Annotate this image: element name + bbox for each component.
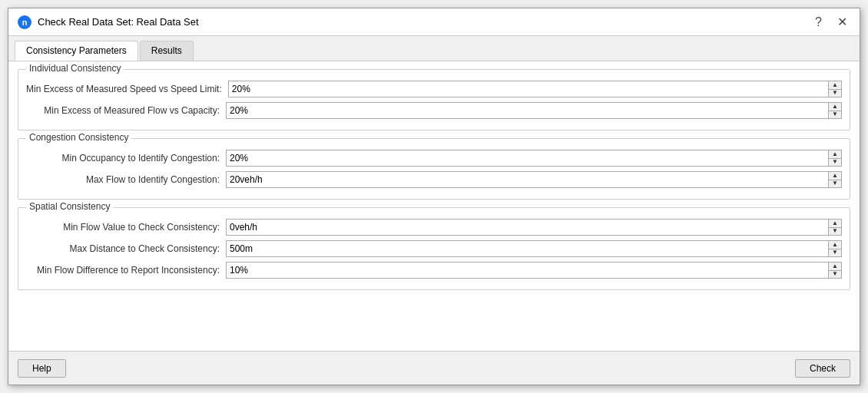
title-bar-right: ? ✕ [812, 16, 850, 28]
spinner-down-flow-cap[interactable]: ▼ [829, 111, 841, 119]
spinner-up-speed[interactable]: ▲ [829, 81, 841, 89]
input-min-flow[interactable] [226, 219, 829, 236]
spinner-down-max-flow[interactable]: ▼ [829, 180, 841, 188]
dialog-footer: Help Check [8, 351, 860, 385]
section-content-congestion: Min Occupancy to Identify Congestion: ▲ … [18, 139, 850, 199]
title-bar-left: n Check Real Data Set: Real Data Set [18, 15, 199, 29]
spinner-occupancy: ▲ ▼ [829, 150, 842, 167]
field-label-max-dist: Max Distance to Check Consistency: [26, 243, 226, 254]
spinner-up-max-flow[interactable]: ▲ [829, 172, 841, 180]
section-congestion-consistency: Congestion Consistency Min Occupancy to … [18, 138, 850, 200]
input-speed[interactable] [228, 81, 829, 97]
spinner-down-min-flow[interactable]: ▼ [829, 228, 841, 236]
close-btn[interactable]: ✕ [834, 16, 850, 28]
dialog: n Check Real Data Set: Real Data Set ? ✕… [8, 8, 860, 385]
section-spatial-consistency: Spatial Consistency Min Flow Value to Ch… [18, 207, 850, 290]
help-button[interactable]: Help [18, 359, 66, 378]
spinner-speed: ▲ ▼ [829, 81, 842, 97]
section-title-individual: Individual Consistency [26, 63, 124, 74]
field-label-flow-cap: Min Excess of Measured Flow vs Capacity: [26, 105, 226, 116]
spinner-down-occupancy[interactable]: ▼ [829, 159, 841, 167]
spinner-down-max-dist[interactable]: ▼ [829, 249, 841, 257]
spinner-flow-cap: ▲ ▼ [829, 102, 842, 119]
section-title-congestion: Congestion Consistency [26, 132, 131, 143]
dialog-body: Individual Consistency Min Excess of Mea… [8, 61, 860, 351]
section-title-spatial: Spatial Consistency [26, 201, 113, 212]
spinner-up-flow-cap[interactable]: ▲ [829, 103, 841, 111]
field-row-speed: Min Excess of Measured Speed vs Speed Li… [26, 81, 842, 97]
dialog-title: Check Real Data Set: Real Data Set [38, 16, 199, 28]
section-individual-consistency: Individual Consistency Min Excess of Mea… [18, 69, 850, 130]
title-bar: n Check Real Data Set: Real Data Set ? ✕ [8, 8, 860, 36]
tab-consistency-parameters[interactable]: Consistency Parameters [15, 41, 138, 61]
app-icon: n [18, 15, 31, 29]
input-occupancy[interactable] [226, 150, 829, 167]
field-input-wrap-speed: ▲ ▼ [228, 81, 842, 97]
section-content-spatial: Min Flow Value to Check Consistency: ▲ ▼… [18, 208, 850, 289]
spinner-up-min-flow-diff[interactable]: ▲ [829, 263, 841, 270]
field-input-wrap-max-flow: ▲ ▼ [226, 171, 842, 188]
field-label-min-flow-diff: Min Flow Difference to Report Inconsiste… [26, 265, 226, 276]
spinner-max-dist: ▲ ▼ [829, 240, 842, 257]
field-label-speed: Min Excess of Measured Speed vs Speed Li… [26, 84, 228, 94]
section-content-individual: Min Excess of Measured Speed vs Speed Li… [18, 70, 850, 130]
input-flow-cap[interactable] [226, 102, 829, 119]
field-row-max-flow: Max Flow to Identify Congestion: ▲ ▼ [26, 171, 842, 188]
spinner-up-occupancy[interactable]: ▲ [829, 150, 841, 158]
field-row-min-flow-diff: Min Flow Difference to Report Inconsiste… [26, 262, 842, 279]
tabs-bar: Consistency Parameters Results [8, 36, 860, 61]
help-icon-btn[interactable]: ? [812, 16, 825, 28]
field-row-max-dist: Max Distance to Check Consistency: ▲ ▼ [26, 240, 842, 257]
field-label-max-flow: Max Flow to Identify Congestion: [26, 174, 226, 185]
spinner-min-flow: ▲ ▼ [829, 219, 842, 236]
field-label-min-flow: Min Flow Value to Check Consistency: [26, 222, 226, 233]
input-max-flow[interactable] [226, 171, 829, 188]
spinner-min-flow-diff: ▲ ▼ [829, 262, 842, 279]
field-input-wrap-flow-cap: ▲ ▼ [226, 102, 842, 119]
field-row-min-flow: Min Flow Value to Check Consistency: ▲ ▼ [26, 219, 842, 236]
tab-results[interactable]: Results [140, 41, 194, 61]
field-input-wrap-max-dist: ▲ ▼ [226, 240, 842, 257]
spinner-up-max-dist[interactable]: ▲ [829, 241, 841, 249]
spinner-down-min-flow-diff[interactable]: ▼ [829, 271, 841, 279]
field-input-wrap-min-flow-diff: ▲ ▼ [226, 262, 842, 279]
spinner-max-flow: ▲ ▼ [829, 171, 842, 188]
spinner-up-min-flow[interactable]: ▲ [829, 220, 841, 227]
check-button[interactable]: Check [795, 359, 850, 378]
field-input-wrap-occupancy: ▲ ▼ [226, 150, 842, 167]
field-label-occupancy: Min Occupancy to Identify Congestion: [26, 153, 226, 163]
input-max-dist[interactable] [226, 240, 829, 257]
spinner-down-speed[interactable]: ▼ [829, 90, 841, 97]
input-min-flow-diff[interactable] [226, 262, 829, 279]
field-input-wrap-min-flow: ▲ ▼ [226, 219, 842, 236]
field-row-flow-cap: Min Excess of Measured Flow vs Capacity:… [26, 102, 842, 119]
field-row-occupancy: Min Occupancy to Identify Congestion: ▲ … [26, 150, 842, 167]
